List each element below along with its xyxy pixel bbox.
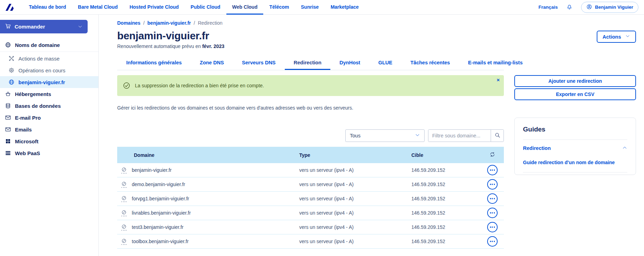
sidebar-item-web-paas[interactable]: Web PaaS — [0, 147, 98, 159]
top-nav: Tableau de bordBare Metal CloudHosted Pr… — [0, 0, 644, 15]
sidebar-item-benjamin-viguier-fr[interactable]: benjamin-viguier.fr — [0, 76, 98, 88]
guides-section-redirection[interactable]: Redirection — [523, 140, 627, 155]
globe-icon — [5, 42, 11, 48]
row-actions-button[interactable] — [487, 208, 498, 218]
renewal-text: Renouvellement automatique prévu en — [117, 43, 202, 49]
gear-icon — [8, 67, 15, 73]
chevron-down-icon — [625, 34, 630, 40]
row-actions-cell — [481, 234, 504, 249]
type-filter-select[interactable]: Tous — [345, 129, 425, 142]
sidebar-item-label: Opérations en cours — [18, 67, 65, 73]
table-row: forvpg1.benjamin-viguier.frvers un serve… — [117, 192, 504, 206]
tab-glue[interactable]: GLUE — [369, 56, 401, 70]
title-row: benjamin-viguier.fr Renouvellement autom… — [117, 26, 636, 49]
column-header-actions — [481, 147, 504, 163]
chevron-down-icon — [415, 133, 420, 139]
top-nav-hosted-private-cloud[interactable]: Hosted Private Cloud — [123, 0, 185, 15]
subdomain-filter-input[interactable] — [428, 130, 491, 142]
top-nav-items: Tableau de bordBare Metal CloudHosted Pr… — [23, 0, 365, 15]
sidebar-item-label: Noms de domaine — [15, 42, 60, 48]
success-alert: La suppression de la redirection a bien … — [117, 75, 504, 96]
refresh-button[interactable] — [489, 151, 496, 159]
ovh-logo[interactable] — [3, 2, 15, 13]
row-actions-button[interactable] — [487, 193, 498, 204]
top-nav-sunrise[interactable]: Sunrise — [295, 0, 324, 15]
sidebar-item-microsoft[interactable]: Microsoft — [0, 135, 98, 147]
globe-icon — [8, 79, 15, 85]
sidebar-item-label: Microsoft — [15, 138, 39, 144]
type-cell: vers un serveur (ipv4 - A) — [295, 163, 407, 177]
type-cell: vers un serveur (ipv4 - A) — [295, 234, 407, 249]
sidebar-item-bases-de-donnees[interactable]: Bases de données — [0, 100, 98, 112]
order-button[interactable]: Commander — [0, 20, 88, 33]
breadcrumb-benjamin-viguier-fr[interactable]: benjamin-viguier.fr — [147, 20, 191, 26]
row-actions-button[interactable] — [487, 236, 498, 247]
top-nav-public-cloud[interactable]: Public Cloud — [185, 0, 226, 15]
export-csv-button[interactable]: Exporter en CSV — [514, 88, 636, 100]
user-menu[interactable]: Benjamin Viguier — [581, 2, 638, 13]
row-actions-button[interactable] — [487, 222, 498, 232]
renewal-info: Renouvellement automatique prévu en févr… — [117, 43, 224, 49]
sidebar-item-noms-de-domaine[interactable]: Noms de domaine — [0, 39, 98, 52]
renewal-date: févr. 2023 — [202, 43, 224, 49]
tab-zone-dns[interactable]: Zone DNS — [191, 56, 233, 70]
hidden-redirection-icon[interactable] — [121, 195, 127, 202]
tab-taches-recentes[interactable]: Tâches récentes — [401, 56, 459, 70]
type-cell: vers un serveur (ipv4 - A) — [295, 206, 407, 220]
database-icon — [5, 103, 11, 109]
hidden-redirection-icon[interactable] — [121, 210, 127, 216]
top-nav-telecom[interactable]: Télécom — [263, 0, 295, 15]
search-icon — [494, 132, 500, 139]
column-header-type: Type — [295, 147, 407, 163]
tab-serveurs-dns[interactable]: Serveurs DNS — [233, 56, 285, 70]
domain-cell: forvpg1.benjamin-viguier.fr — [117, 192, 295, 206]
sidebar-item-label: Bases de données — [15, 103, 61, 109]
sidebar-item-actions-de-masse[interactable]: Actions de masse — [0, 53, 98, 64]
sidebar-item-label: Hébergements — [15, 91, 51, 97]
top-nav-tableau-de-bord[interactable]: Tableau de bord — [23, 0, 72, 15]
tab-dynhost[interactable]: DynHost — [330, 56, 369, 70]
breadcrumb: Domaines/benjamin-viguier.fr/Redirection — [117, 20, 636, 26]
hidden-redirection-icon[interactable] — [121, 224, 127, 231]
top-nav-bare-metal-cloud[interactable]: Bare Metal Cloud — [72, 0, 123, 15]
sidebar-item-label: Emails — [15, 127, 32, 133]
tab-informations-generales[interactable]: Informations générales — [117, 56, 191, 70]
page-description: Gérer ici les redirections de vos domain… — [117, 105, 504, 111]
chevron-up-icon — [622, 145, 627, 151]
page-title: benjamin-viguier.fr — [117, 30, 224, 42]
guides-section-label: Redirection — [523, 145, 551, 151]
sidebar-item-e-mail-pro[interactable]: E-mail Pro — [0, 112, 98, 123]
table-row: toolbox.benjamin-viguier.frvers un serve… — [117, 234, 504, 249]
redirections-table: DomaineTypeCible benjamin-viguier.frvers… — [117, 147, 504, 249]
domain-name: test3.benjamin-viguier.fr — [132, 224, 184, 230]
search-button[interactable] — [491, 130, 504, 142]
hidden-redirection-icon[interactable] — [121, 167, 127, 174]
tab-e-mails-et-mailing-lists[interactable]: E-mails et mailing-lists — [459, 56, 532, 70]
top-nav-web-cloud[interactable]: Web Cloud — [226, 0, 264, 15]
domain-cell: demo.benjamin-viguier.fr — [117, 177, 295, 191]
filter-row: Tous — [117, 129, 504, 142]
language-selector[interactable]: Français — [538, 5, 558, 10]
domain-name: benjamin-viguier.fr — [132, 167, 171, 173]
notifications-bell-icon[interactable] — [566, 3, 573, 11]
row-actions-button[interactable] — [487, 179, 498, 190]
type-filter-value: Tous — [350, 133, 361, 138]
row-actions-button[interactable] — [487, 165, 498, 175]
tab-redirection[interactable]: Redirection — [285, 56, 331, 70]
close-icon[interactable]: × — [496, 77, 500, 83]
sidebar-item-operations-en-cours[interactable]: Opérations en cours — [0, 64, 98, 76]
actions-button[interactable]: Actions — [597, 31, 636, 43]
user-name: Benjamin Viguier — [595, 5, 633, 10]
top-nav-marketplace[interactable]: Marketplace — [325, 0, 365, 15]
domain-name: demo.benjamin-viguier.fr — [132, 182, 185, 187]
sidebar-item-label: E-mail Pro — [15, 115, 41, 121]
add-redirection-button[interactable]: Ajouter une redirection — [514, 75, 636, 87]
sidebar-item-emails[interactable]: Emails — [0, 123, 98, 135]
breadcrumb-domaines[interactable]: Domaines — [117, 20, 140, 26]
column-header-domaine: Domaine — [117, 147, 295, 163]
hidden-redirection-icon[interactable] — [121, 181, 127, 188]
sidebar-item-hebergements[interactable]: Hébergements — [0, 88, 98, 100]
guide-link[interactable]: Guide redirection d'un nom de domaine — [523, 155, 627, 172]
hidden-redirection-icon[interactable] — [121, 238, 127, 245]
refresh-icon — [490, 152, 495, 158]
